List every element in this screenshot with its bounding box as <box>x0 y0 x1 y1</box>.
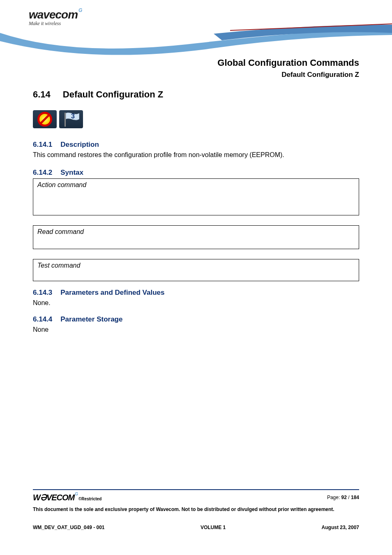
parameters-text: None. <box>33 298 359 308</box>
footer-page: Page: 92 / 184 <box>327 495 359 500</box>
sub-num: 6.14.3 <box>33 289 52 297</box>
subsection-syntax: 6.14.2 Syntax Action command Read comman… <box>33 169 359 281</box>
page-footer: WƏVECOM G ©Restricted Page: 92 / 184 Thi… <box>33 489 359 530</box>
doc-header-subtitle: Default Configuration Z <box>0 71 359 79</box>
sub-num: 6.14.1 <box>33 141 52 149</box>
description-text: This command restores the configuration … <box>33 150 359 160</box>
footer-restricted: ©Restricted <box>78 497 101 501</box>
svg-rect-1 <box>65 113 66 127</box>
footer-date: August 23, 2007 <box>322 525 359 530</box>
action-command-box: Action command <box>33 178 359 215</box>
logo-wordmark: wavecom <box>29 8 78 21</box>
subsection-storage: 6.14.4 Parameter Storage None <box>33 315 359 334</box>
footer-volume: VOLUME 1 <box>201 525 226 530</box>
brand-logo: wavecom G Make it wireless <box>29 8 82 27</box>
sub-title-text: Description <box>60 141 99 149</box>
storage-text: None <box>33 325 359 334</box>
action-command-label: Action command <box>37 181 86 188</box>
footer-logo-text: WƏVECOM <box>33 493 74 502</box>
page-total: 184 <box>351 495 359 500</box>
read-command-box: Read command <box>33 225 359 249</box>
subsection-parameters: 6.14.3 Parameters and Defined Values Non… <box>33 289 359 308</box>
page-label: Page: <box>327 495 341 500</box>
flag-3-icon: 3 <box>59 110 83 128</box>
section-heading: 6.14 Default Configuration Z <box>33 89 359 100</box>
read-command-label: Read command <box>37 228 84 235</box>
footer-logo-sup: G <box>75 492 78 496</box>
footer-disclaimer: This document is the sole and exclusive … <box>33 506 359 513</box>
flag-number: 3 <box>71 113 75 120</box>
footer-doc-id: WM_DEV_OAT_UGD_049 - 001 <box>33 525 105 530</box>
test-command-label: Test command <box>37 262 80 269</box>
sub-title-text: Parameters and Defined Values <box>60 289 164 297</box>
logo-superscript: G <box>78 7 82 13</box>
sub-title-text: Parameter Storage <box>60 315 122 324</box>
subsection-description: 6.14.1 Description This command restores… <box>33 141 359 160</box>
footer-left: WƏVECOM G ©Restricted <box>33 493 101 502</box>
sub-title-text: Syntax <box>60 169 83 177</box>
sub-num: 6.14.2 <box>33 169 52 177</box>
section-number: 6.14 <box>33 89 51 100</box>
section-title-text: Default Configuration Z <box>63 89 163 100</box>
content-area: 6.14 Default Configuration Z 3 6.14.1 De… <box>0 89 392 334</box>
page-current: 92 <box>341 495 347 500</box>
test-command-box: Test command <box>33 259 359 281</box>
page-sep: / <box>347 495 351 500</box>
no-sim-icon <box>33 110 57 128</box>
logo-tagline: Make it wireless <box>29 21 82 27</box>
page-header: wavecom G Make it wireless <box>0 0 392 53</box>
feature-icons-row: 3 <box>33 110 359 128</box>
sub-num: 6.14.4 <box>33 315 52 324</box>
